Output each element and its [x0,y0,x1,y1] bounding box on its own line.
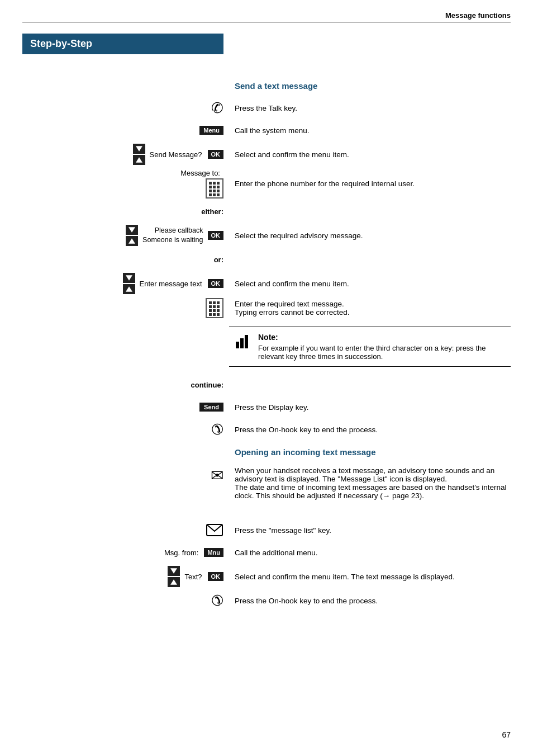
press-display-key-text: Press the Display key. [235,403,309,412]
enter-phone-number-text: Enter the phone number for the required … [235,179,415,188]
callback-label: Please callbackSomeone is waiting [142,226,203,245]
svg-rect-7 [240,338,244,348]
msg-list-key-right: Press the "message list" key. [229,519,511,541]
callback-right: Select the required advisory message. [229,223,511,248]
incoming-message-desc: When your handset receives a text messag… [235,466,511,500]
up-arrow-2[interactable] [126,236,138,246]
up-arrow-4[interactable] [168,577,180,587]
on-hook-icon-1: ✆ [211,421,223,438]
onhook-2-left: ✆ [22,589,229,612]
on-hook-end-2-text: Press the On-hook key to end the process… [235,597,378,605]
enter-message-label: Enter message text [140,280,202,288]
menu-button[interactable]: Menu [199,126,223,135]
envelope-left: ✉ [22,463,229,519]
nav-arrows-4[interactable] [168,565,180,588]
or-label-left: or: [22,248,229,271]
message-list-icon [206,521,223,539]
ok-button-4[interactable]: OK [208,572,224,581]
select-advisory-text: Select the required advisory message. [235,231,363,240]
down-arrow-4[interactable] [168,566,180,576]
up-arrow-3[interactable] [123,284,135,294]
continue-label-right [229,374,511,396]
select-confirm-2-text: Select and confirm the menu item. [235,280,349,288]
continue-label-left: continue: [22,374,229,396]
talk-key-left: ✆ [22,97,229,119]
mnu-button[interactable]: Mnu [204,548,223,557]
svg-marker-0 [136,146,142,152]
msg-from-left: Msg. from: Mnu [22,541,229,564]
envelope-right: When your handset receives a text messag… [229,463,511,519]
opening-incoming-heading: Opening an incoming text message [235,447,376,457]
ok-button-1[interactable]: OK [208,150,224,159]
nav-arrows-3[interactable] [123,272,135,295]
send-btn-left: Send [22,396,229,418]
svg-marker-3 [129,238,135,244]
continue-label: continue: [191,381,224,389]
enter-message-right: Select and confirm the menu item. [229,271,511,296]
or-label: or: [214,256,223,264]
note-text: For example if you want to enter the thi… [258,344,511,361]
send-btn-right: Press the Display key. [229,396,511,418]
svg-marker-11 [170,568,177,574]
call-additional-menu-text: Call the additional menu. [235,549,318,557]
or-label-right [229,248,511,271]
press-talk-key-text: Press the Talk key. [235,104,297,112]
svg-marker-4 [126,275,132,281]
down-arrow-1[interactable] [133,144,145,154]
content-grid: Send a text message ✆ Press the Talk key… [22,74,511,612]
envelope-icon: ✉ [211,466,223,485]
nav-arrows-1[interactable] [133,143,145,166]
send-message-label: Send Message? [150,150,202,159]
message-to-right: Enter the phone number for the required … [229,167,511,200]
keypad-icon-2 [206,298,223,318]
select-confirm-1-text: Select and confirm the menu item. [235,150,349,159]
note-bars-icon [235,333,253,349]
menu-btn-left: Menu [22,119,229,141]
up-arrow-1[interactable] [133,155,145,165]
svg-marker-1 [136,157,142,163]
menu-btn-right: Call the system menu. [229,119,511,141]
ok-button-2[interactable]: OK [208,231,224,240]
on-hook-end-1-text: Press the On-hook key to end the process… [235,426,378,434]
either-label-left: either: [22,200,229,223]
opening-heading-right: Opening an incoming text message [229,441,511,463]
enter-text-right: Enter the required text message.Typing e… [229,296,511,320]
enter-text-keypad-left [22,296,229,320]
select-confirm-text-msg-text: Select and confirm the menu item. The te… [235,573,455,581]
on-hook-icon-2: ✆ [211,592,223,609]
call-system-menu-text: Call the system menu. [235,126,310,135]
text-ok-right: Select and confirm the menu item. The te… [229,564,511,589]
note-container: Note: For example if you want to enter t… [22,320,511,374]
enter-message-left: Enter message text OK [22,271,229,296]
svg-marker-2 [129,227,135,233]
talk-key-right: Press the Talk key. [229,97,511,119]
down-arrow-3[interactable] [123,273,135,283]
svg-rect-6 [236,342,239,348]
talk-key-icon: ✆ [211,100,223,117]
msg-from-right: Call the additional menu. [229,541,511,564]
empty-left-1 [22,74,229,97]
text-question-label: Text? [184,573,202,581]
either-label: either: [201,207,223,216]
keypad-icon-1 [206,178,223,199]
opening-heading-left [22,441,229,463]
note-content: Note: For example if you want to enter t… [258,333,511,361]
step-by-step-banner: Step-by-Step [22,34,223,54]
either-label-right [229,200,511,223]
onhook-1-right: Press the On-hook key to end the process… [229,418,511,441]
down-arrow-2[interactable] [126,225,138,235]
ok-button-3[interactable]: OK [208,279,224,288]
message-to-left: Message to: [22,167,229,200]
nav-arrows-2[interactable] [126,224,138,247]
text-ok-left: Text? OK [22,564,229,589]
header-title: Message functions [445,11,511,20]
msg-list-key-left [22,519,229,541]
send-message-right: Select and confirm the menu item. [229,141,511,167]
onhook-1-left: ✆ [22,418,229,441]
msg-from-label: Msg. from: [164,549,198,557]
svg-marker-5 [126,286,132,292]
message-to-label: Message to: [180,169,220,177]
send-button[interactable]: Send [199,403,223,412]
send-text-heading: Send a text message [229,74,511,97]
note-title: Note: [258,333,511,342]
